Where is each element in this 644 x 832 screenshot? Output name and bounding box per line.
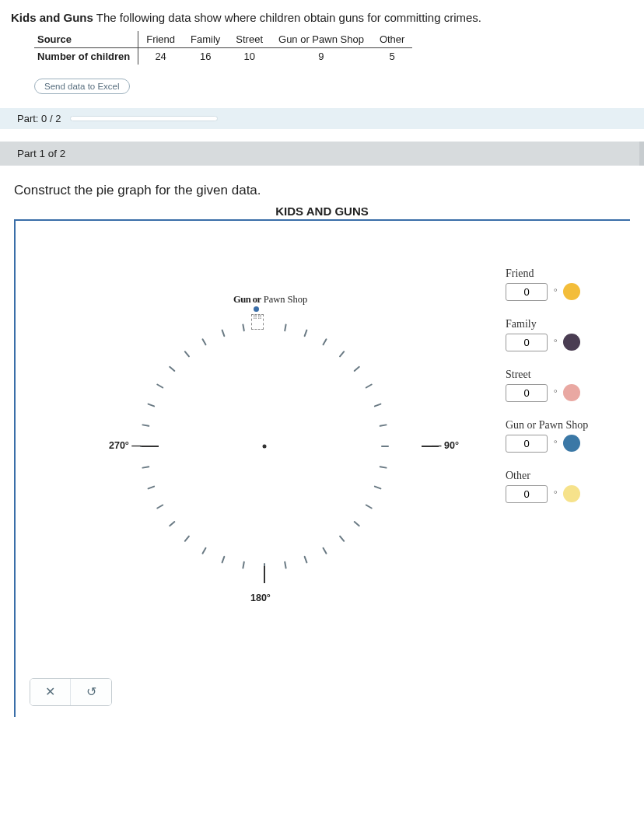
tick-mark [284,323,287,331]
legend-label: Family [506,318,622,330]
clear-button[interactable]: ✕ [30,679,71,705]
part-progress-bar: Part: 0 / 2 [0,108,644,129]
tick-mark [374,403,382,407]
table-row2-label: Number of children [34,47,138,65]
tick-mark [380,424,387,427]
tick-mark [201,338,207,346]
pie-center-dot [263,445,267,449]
tick-mark [147,486,155,490]
legend-degree-input[interactable] [506,283,548,301]
send-to-excel-button[interactable]: Send data to Excel [34,79,130,94]
color-swatch[interactable] [563,435,580,452]
color-swatch[interactable] [563,384,580,401]
tick-mark [339,535,345,542]
tick-mark [142,424,149,427]
axis-label-270: 270° — [109,440,142,451]
tick-mark [365,383,373,389]
instruction-text: Construct the pie graph for the given da… [14,183,630,198]
tick-mark [365,504,373,509]
legend-row: Friend° [506,267,622,301]
chart-frame: Gun or Pawn Shop ⠿⠿⠿ — 90° 180° 270° — F… [14,219,630,717]
tick-mark [322,338,327,346]
legend-row: Gun or Pawn Shop° [506,419,622,453]
legend-label: Street [506,369,622,381]
tick-mark [374,486,382,490]
degree-unit: ° [554,388,557,397]
pointer-dot-icon [254,306,259,312]
table-col-3: Gun or Pawn Shop [271,31,372,48]
tick-mark [242,561,245,569]
legend-row: Other° [506,470,622,503]
degree-unit: ° [554,439,557,448]
slice-label-overlap: Gun or [233,294,261,305]
close-icon: ✕ [45,684,55,699]
table-val-3: 9 [271,47,372,65]
tick-mark [303,556,307,564]
degree-unit: ° [554,337,557,347]
axis-tick-180 [264,566,265,583]
legend-label: Other [506,470,622,482]
tick-mark [169,366,176,372]
tick-mark [380,466,387,469]
chart-toolbar: ✕ ↺ [30,678,112,706]
tick-mark [303,329,307,337]
table-val-2: 10 [228,47,271,65]
degree-unit: ° [554,287,557,296]
pie-canvas[interactable]: Gun or Pawn Shop ⠿⠿⠿ — 90° 180° 270° — [23,236,506,641]
problem-title-rest: The following data show where children o… [93,11,481,24]
legend-degree-input[interactable] [506,384,548,402]
tick-mark [353,366,360,372]
table-val-4: 5 [372,47,413,65]
tick-mark [353,521,360,527]
legend-panel: Friend°Family°Street°Gun or Pawn Shop°Ot… [506,236,622,520]
legend-degree-input[interactable] [506,435,548,453]
table-row1-label: Source [34,31,138,48]
slice-label-pawn: Pawn Shop [261,294,308,305]
tick-mark [169,521,176,527]
problem-title-bold: Kids and Guns [11,11,93,24]
progress-track [70,116,218,121]
axis-tick-90 [422,446,439,447]
legend-label: Gun or Pawn Shop [506,419,622,432]
problem-statement: Kids and Guns The following data show wh… [11,9,633,26]
color-swatch[interactable] [563,283,580,300]
data-table: Source Friend Family Street Gun or Pawn … [34,31,412,65]
table-col-1: Family [183,31,228,48]
degree-unit: ° [554,489,557,498]
legend-degree-input[interactable] [506,334,548,351]
tick-mark [156,504,164,509]
tick-mark [242,323,245,331]
tick-mark [322,547,327,555]
tick-mark [184,351,190,358]
table-col-2: Street [228,31,271,48]
tick-mark [339,351,345,358]
tick-mark [221,329,225,337]
axis-label-180: 180° [250,593,271,603]
legend-row: Family° [506,318,622,351]
tick-mark [201,547,207,555]
color-swatch[interactable] [563,485,580,502]
tick-mark [381,446,389,447]
chart-title: KIDS AND GUNS [11,205,633,218]
table-val-0: 24 [138,47,183,65]
stacked-slice-labels: Gun or Pawn Shop [233,294,307,306]
legend-degree-input[interactable] [506,485,548,503]
color-swatch[interactable] [563,334,580,351]
table-col-4: Other [372,31,413,48]
tick-mark [284,561,287,569]
legend-label: Friend [506,267,622,280]
part-header: Part 1 of 2 [0,142,644,166]
table-val-1: 16 [183,47,228,65]
pointer-drag-handle-icon[interactable]: ⠿⠿⠿ [251,314,264,330]
tick-mark [184,535,190,542]
tick-mark [142,466,149,469]
axis-tick-270 [142,446,159,447]
tick-mark [156,383,164,389]
undo-button[interactable]: ↺ [71,679,111,705]
table-col-0: Friend [138,31,183,48]
part-progress-label: Part: 0 / 2 [17,113,61,124]
tick-mark [147,403,155,407]
tick-mark [221,556,225,564]
legend-row: Street° [506,369,622,402]
undo-icon: ↺ [86,684,96,699]
